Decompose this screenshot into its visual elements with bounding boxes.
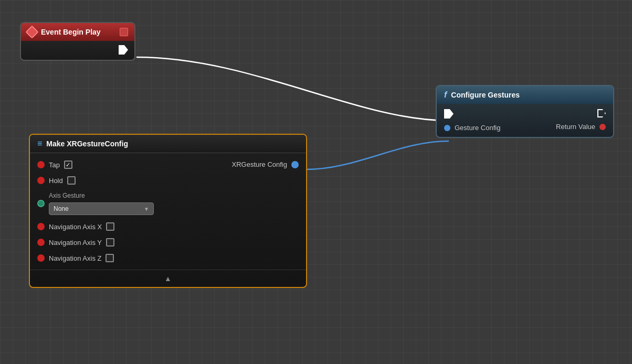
make-xrgestureconfig-header: ≡ Make XRGestureConfig <box>30 135 306 153</box>
configure-exec-in-pin[interactable] <box>444 109 454 119</box>
exec-out-row <box>597 109 606 117</box>
make-struct-icon: ≡ <box>37 139 42 148</box>
xrgesture-config-output-pin[interactable] <box>291 161 299 168</box>
event-begin-play-header: Event Begin Play <box>21 23 134 41</box>
nav-axis-y-pin-row: Navigation Axis Y <box>37 238 154 247</box>
tap-pin[interactable] <box>37 161 45 168</box>
nav-axis-y-label: Navigation Axis Y <box>49 239 102 247</box>
exec-out-pin[interactable] <box>119 45 128 55</box>
xrgesture-config-output-row: XRGesture Config <box>232 160 299 168</box>
exec-in-row <box>444 109 500 119</box>
event-diamond-icon <box>25 25 38 38</box>
nav-axis-z-pin-row: Navigation Axis Z <box>37 254 154 262</box>
dropdown-arrow-icon: ▼ <box>144 206 149 212</box>
configure-gestures-left-pins: Gesture Config <box>444 109 500 132</box>
configure-gestures-body: Gesture Config Return Value <box>437 104 613 137</box>
tap-label: Tap <box>49 161 60 169</box>
event-begin-play-body <box>21 41 134 60</box>
nav-axis-y-checkbox[interactable] <box>106 238 114 247</box>
function-icon: f <box>444 90 447 100</box>
axis-gesture-pin[interactable] <box>37 200 45 207</box>
event-begin-play-node: Event Begin Play <box>20 22 135 61</box>
nav-axis-x-pin[interactable] <box>37 223 45 230</box>
event-close-button[interactable] <box>120 28 128 36</box>
return-value-pin[interactable] <box>599 124 606 130</box>
make-xrgestureconfig-node: ≡ Make XRGestureConfig Tap Hold Axis Ges… <box>29 134 307 288</box>
xrgesture-config-output-label: XRGesture Config <box>232 160 288 168</box>
hold-checkbox[interactable] <box>67 176 76 185</box>
axis-gesture-dropdown[interactable]: None ▼ <box>49 202 154 215</box>
nav-axis-x-pin-row: Navigation Axis X <box>37 222 154 231</box>
gesture-config-in-pin[interactable] <box>444 125 450 131</box>
axis-gesture-group: Axis Gesture None ▼ <box>49 192 154 215</box>
configure-exec-out-pin[interactable] <box>597 109 606 117</box>
hold-label: Hold <box>49 177 63 185</box>
gesture-config-in-label: Gesture Config <box>455 124 500 132</box>
axis-gesture-label: Axis Gesture <box>49 192 154 199</box>
gesture-config-in-row: Gesture Config <box>444 124 500 132</box>
make-xrgestureconfig-body: Tap Hold Axis Gesture None ▼ <box>30 153 306 270</box>
nav-axis-y-pin[interactable] <box>37 239 45 246</box>
nav-axis-z-pin[interactable] <box>37 254 45 262</box>
hold-pin[interactable] <box>37 177 45 184</box>
return-value-row: Return Value <box>556 123 606 131</box>
configure-gestures-header: f Configure Gestures <box>437 86 613 104</box>
nav-axis-x-checkbox[interactable] <box>106 222 114 231</box>
hold-pin-row: Hold <box>37 176 154 185</box>
make-left-pins: Tap Hold Axis Gesture None ▼ <box>37 160 154 262</box>
nav-axis-z-checkbox[interactable] <box>106 254 114 262</box>
configure-gestures-right-pins: Return Value <box>556 109 606 131</box>
dropdown-value: None <box>54 205 69 212</box>
make-xrgestureconfig-title: Make XRGestureConfig <box>46 140 128 148</box>
event-begin-play-title: Event Begin Play <box>41 28 101 36</box>
nav-axis-z-label: Navigation Axis Z <box>49 254 101 262</box>
make-node-footer: ▲ <box>30 270 306 287</box>
make-right-pins: XRGesture Config <box>232 160 299 168</box>
tap-checkbox[interactable] <box>64 160 72 169</box>
axis-gesture-dropdown-container: None ▼ <box>49 202 154 215</box>
tap-pin-row: Tap <box>37 160 154 169</box>
scroll-up-arrow-icon[interactable]: ▲ <box>164 274 172 283</box>
axis-gesture-pin-row: Axis Gesture None ▼ <box>37 192 154 215</box>
return-value-label: Return Value <box>556 123 595 131</box>
nav-axis-x-label: Navigation Axis X <box>49 223 102 231</box>
configure-gestures-node: f Configure Gestures Gesture Config Retu… <box>436 85 614 138</box>
configure-gestures-title: Configure Gestures <box>451 91 520 99</box>
